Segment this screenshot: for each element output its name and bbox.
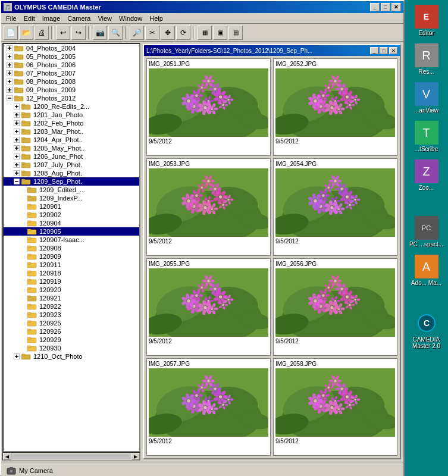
expand-icon[interactable] xyxy=(13,161,20,168)
tree-item[interactable]: 120902 xyxy=(4,211,139,219)
photo-thumbnail[interactable]: IMG_2058.JPG 9/5/2012 xyxy=(273,358,397,456)
expand-icon[interactable] xyxy=(13,128,20,135)
photo-image[interactable] xyxy=(275,368,395,437)
toolbar-print[interactable]: 🖨 xyxy=(35,26,49,40)
tree-item[interactable]: 1208_Aug_Phot. xyxy=(4,169,139,177)
toolbar-scan[interactable]: 🔍 xyxy=(108,26,123,40)
menu-view[interactable]: View xyxy=(94,14,115,23)
tree-item[interactable]: 120922 xyxy=(4,302,139,311)
expand-icon[interactable] xyxy=(20,295,26,302)
scroll-left-btn[interactable]: ◀ xyxy=(3,453,11,460)
desktop-icon-anview[interactable]: V ...anView xyxy=(405,77,448,116)
pb-minimize[interactable]: _ xyxy=(370,47,378,54)
expand-icon[interactable] xyxy=(20,195,26,202)
menu-edit[interactable]: Edit xyxy=(20,14,39,23)
scroll-right-btn[interactable]: ▶ xyxy=(131,453,140,460)
tree-item[interactable]: 120908 xyxy=(4,244,139,252)
toolbar-view1[interactable]: ▦ xyxy=(198,26,212,40)
desktop-icon-editor[interactable]: E Editor xyxy=(405,0,448,39)
tree-item[interactable]: 1210_Oct_Photo xyxy=(4,352,139,361)
toolbar-undo[interactable]: ↩ xyxy=(56,26,70,40)
expand-icon[interactable] xyxy=(13,136,20,143)
expand-icon[interactable] xyxy=(20,328,26,335)
desktop-icon-camedia[interactable]: C CAMEDIA Master 2.0 xyxy=(405,306,448,352)
expand-icon[interactable] xyxy=(20,270,26,277)
photo-image[interactable] xyxy=(149,68,268,137)
toolbar-camera[interactable]: 📷 xyxy=(93,26,107,40)
desktop-icon-zoom[interactable]: Z Zoo... xyxy=(405,155,448,193)
expand-icon[interactable] xyxy=(20,320,26,327)
photo-image[interactable] xyxy=(275,168,395,237)
expand-icon[interactable] xyxy=(13,353,20,360)
tree-item[interactable]: 120925 xyxy=(4,319,139,327)
tree-item[interactable]: 05_Photos_2005 xyxy=(4,52,139,61)
photo-image[interactable] xyxy=(149,168,268,237)
toolbar-view2[interactable]: ▣ xyxy=(213,26,227,40)
tree-item[interactable]: 1205_May_Phot.. xyxy=(4,144,139,152)
tree-item[interactable]: 12_Photos_2012 xyxy=(4,94,139,102)
tree-item[interactable]: 120926 xyxy=(4,327,139,336)
h-scrollbar[interactable]: ◀ ▶ xyxy=(2,452,140,461)
photo-thumbnail[interactable]: IMG_2052.JPG 9/5/2012 xyxy=(273,58,397,156)
tree-item[interactable]: 120905 xyxy=(4,227,139,236)
tree-item[interactable]: 1209_Sep_Phot. xyxy=(4,177,139,186)
menu-image[interactable]: Image xyxy=(39,14,64,23)
desktop-icon-ado[interactable]: A Ado... Ma... xyxy=(405,250,448,289)
desktop-icon-tscribe[interactable]: T ...tScribe xyxy=(405,116,448,155)
tree-item[interactable]: 1202_Feb_Photo xyxy=(4,119,139,127)
expand-icon[interactable] xyxy=(20,220,26,227)
expand-icon[interactable] xyxy=(20,203,26,210)
tree-item[interactable]: 120919 xyxy=(4,277,139,286)
toolbar-view3[interactable]: ▤ xyxy=(228,26,243,40)
tree-item[interactable]: 1206_June_Phot xyxy=(4,152,139,161)
toolbar-rotate[interactable]: ⟳ xyxy=(176,26,190,40)
expand-icon[interactable] xyxy=(20,303,26,310)
toolbar-open[interactable]: 📂 xyxy=(19,26,33,40)
pb-maximize[interactable]: □ xyxy=(380,47,388,54)
tree-item[interactable]: 120930 xyxy=(4,344,139,352)
menu-help[interactable]: Help xyxy=(146,14,167,23)
expand-icon[interactable] xyxy=(20,261,26,268)
photo-thumbnail[interactable]: IMG_2054.JPG 9/5/2012 xyxy=(273,158,397,256)
tree-item[interactable]: 120904 xyxy=(4,219,139,227)
photo-image[interactable] xyxy=(149,268,268,337)
tree-item[interactable]: 1209_Edited_... xyxy=(4,186,139,194)
expand-icon[interactable] xyxy=(6,86,13,93)
expand-icon[interactable] xyxy=(6,70,13,77)
expand-icon[interactable] xyxy=(20,345,26,352)
maximize-button[interactable]: □ xyxy=(381,3,390,11)
tree-item[interactable]: 120907-Isaac... xyxy=(4,236,139,244)
tree-item[interactable]: 1201_Jan_Photo xyxy=(4,111,139,119)
tree-item[interactable]: 120923 xyxy=(4,311,139,319)
toolbar-new[interactable]: 📄 xyxy=(4,26,18,40)
toolbar-select[interactable]: ✂ xyxy=(145,26,159,40)
expand-icon[interactable] xyxy=(13,145,20,152)
folder-tree[interactable]: 04_Photos_2004 05_Photos_2005 06_Photos_… xyxy=(2,43,140,452)
expand-icon[interactable] xyxy=(13,120,20,127)
expand-icon[interactable] xyxy=(20,228,26,235)
tree-item[interactable]: 120911 xyxy=(4,261,139,269)
expand-icon[interactable] xyxy=(20,336,26,343)
tree-item[interactable]: 1209_IndexP... xyxy=(4,194,139,202)
pb-close[interactable]: ✕ xyxy=(389,47,397,54)
tree-item[interactable]: 1200_Re-Edits_2... xyxy=(4,102,139,111)
expand-icon[interactable] xyxy=(13,153,20,160)
photo-thumbnail[interactable]: IMG_2055.JPG 9/5/2012 xyxy=(146,258,271,356)
tree-item[interactable]: 1204_Apr_Phot.. xyxy=(4,136,139,144)
expand-icon[interactable] xyxy=(6,95,13,102)
expand-icon[interactable] xyxy=(6,53,13,60)
expand-icon[interactable] xyxy=(20,245,26,252)
expand-icon[interactable] xyxy=(13,103,20,110)
desktop-icon-res[interactable]: R Res... xyxy=(405,39,448,77)
photo-thumbnail[interactable]: IMG_2057.JPG 9/5/2012 xyxy=(146,358,271,456)
tree-item[interactable]: 04_Photos_2004 xyxy=(4,44,139,52)
tree-item[interactable]: 09_Photos_2009 xyxy=(4,86,139,94)
photo-thumbnail[interactable]: IMG_2056.JPG 9/5/2012 xyxy=(273,258,397,356)
photo-image[interactable] xyxy=(275,268,395,337)
photo-image[interactable] xyxy=(149,368,268,437)
tree-item[interactable]: 06_Photos_2006 xyxy=(4,61,139,69)
toolbar-zoom[interactable]: 🔎 xyxy=(130,26,144,40)
tree-item[interactable]: 120929 xyxy=(4,336,139,344)
toolbar-move[interactable]: ✥ xyxy=(161,26,175,40)
tree-item[interactable]: 07_Photos_2007 xyxy=(4,69,139,77)
